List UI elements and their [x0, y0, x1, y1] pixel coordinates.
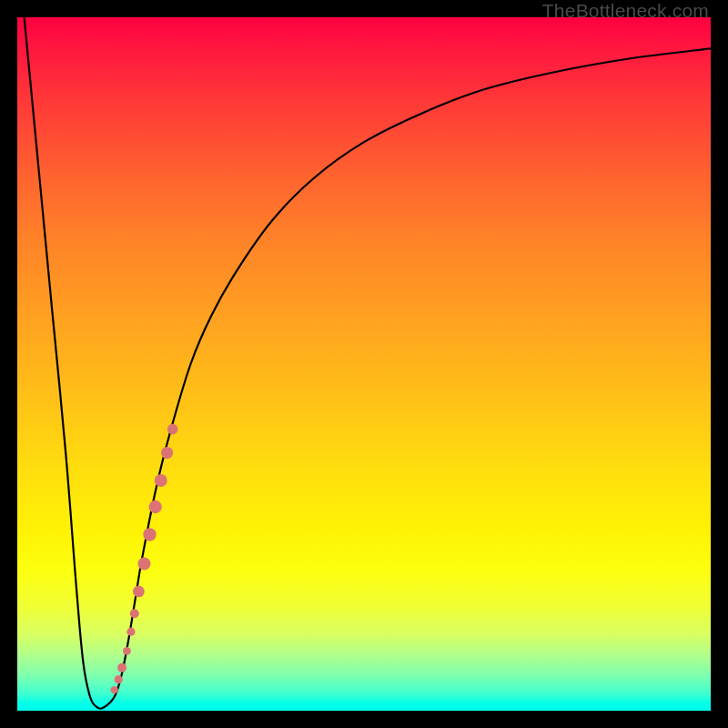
highlight-dot [110, 686, 117, 693]
highlight-dot [126, 628, 135, 636]
highlight-dot [161, 447, 173, 459]
bottleneck-curve [25, 17, 711, 709]
highlight-dot [155, 474, 167, 487]
watermark-text: TheBottleneck.com [542, 0, 709, 22]
highlight-dots-group [110, 424, 177, 694]
highlight-dot [130, 609, 139, 618]
chart-frame: TheBottleneck.com [0, 0, 728, 728]
highlight-dot [143, 528, 156, 541]
highlight-dot [123, 647, 131, 655]
highlight-dot [133, 586, 145, 598]
highlight-dot [148, 500, 161, 513]
chart-svg [17, 17, 711, 711]
highlight-dot [115, 675, 123, 683]
highlight-dot [167, 424, 178, 435]
highlight-dot [117, 663, 126, 672]
highlight-dot [137, 557, 150, 570]
